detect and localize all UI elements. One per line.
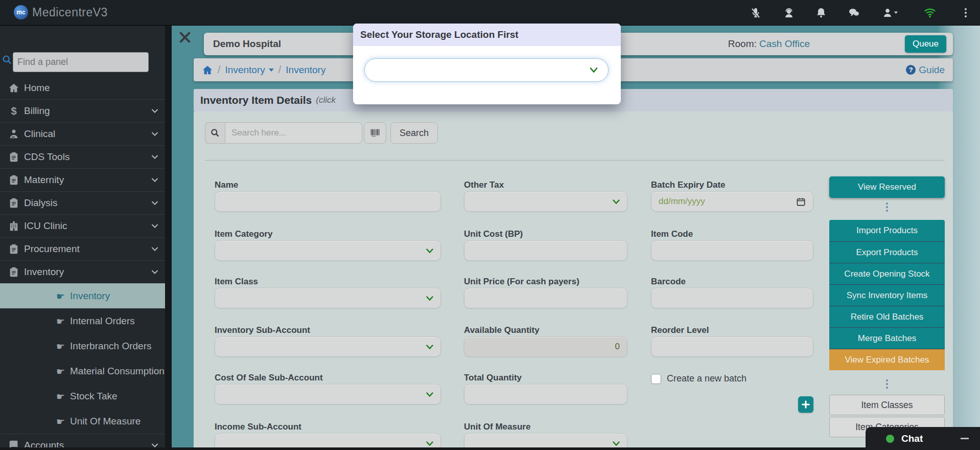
search-input[interactable] xyxy=(225,122,362,144)
chevron-down-icon xyxy=(426,441,433,446)
inventory-sub-account-select[interactable] xyxy=(215,336,441,357)
field-label: Name xyxy=(215,181,441,190)
queue-button[interactable]: Queue xyxy=(905,35,946,53)
other-tax-select[interactable] xyxy=(464,191,627,212)
field-unit-cost: Unit Cost (BP) xyxy=(464,230,627,261)
import-products-button[interactable]: Import Products xyxy=(829,220,945,241)
question-circle-icon: ? xyxy=(906,65,916,75)
field-label: Unit Cost (BP) xyxy=(464,230,627,239)
view-expired-batches-button[interactable]: View Expired Batches xyxy=(829,349,945,370)
close-panel-icon[interactable] xyxy=(178,30,193,46)
checkbox-label: Create a new batch xyxy=(667,373,746,384)
add-item-button[interactable] xyxy=(798,396,813,413)
minimize-icon[interactable] xyxy=(961,438,969,439)
support-agent-icon[interactable] xyxy=(783,7,795,19)
item-category-select[interactable] xyxy=(215,240,441,261)
user-menu-icon[interactable] xyxy=(882,7,899,19)
sidebar-subitem-internal-orders[interactable]: ☛ Internal Orders xyxy=(0,308,165,333)
breadcrumb-item-inventory[interactable]: Inventory xyxy=(225,64,274,76)
notifications-bell-icon[interactable] xyxy=(815,7,827,19)
item-class-select[interactable] xyxy=(215,288,441,308)
chevron-down-icon xyxy=(426,392,433,397)
item-code-input[interactable] xyxy=(651,240,813,261)
home-icon xyxy=(8,82,19,94)
chevron-down-icon xyxy=(426,296,433,301)
sidebar-subitem-inventory[interactable]: ☛ Inventory xyxy=(0,283,165,308)
messages-icon[interactable] xyxy=(848,7,860,19)
chevron-down-icon xyxy=(426,249,433,253)
more-actions-dots[interactable] xyxy=(829,379,945,389)
reorder-level-input[interactable] xyxy=(651,336,813,357)
wifi-icon[interactable] xyxy=(924,7,936,19)
microphone-muted-icon[interactable] xyxy=(750,7,762,19)
sidebar-subitem-interbranch-orders[interactable]: ☛ Interbranch Orders xyxy=(0,333,165,358)
field-create-new-batch: Create a new batch xyxy=(651,373,813,384)
find-panel-input[interactable] xyxy=(13,52,149,72)
brand-title: MedicentreV3 xyxy=(32,6,108,19)
barcode-input[interactable] xyxy=(651,288,813,308)
sidebar-scrollbar[interactable] xyxy=(165,25,172,450)
storage-location-modal: Select Your Storage Location First xyxy=(353,24,621,104)
field-batch-expiry-date: Batch Expiry Date dd/mm/yyyy xyxy=(651,181,813,212)
sidebar-item-maternity[interactable]: Maternity xyxy=(0,168,165,191)
online-status-dot xyxy=(886,435,894,443)
sidebar-item-dialysis[interactable]: Dialysis xyxy=(0,191,165,214)
sidebar-item-procurement[interactable]: Procurement xyxy=(0,237,165,260)
clipboard-icon xyxy=(8,174,19,186)
hand-point-icon: ☛ xyxy=(56,416,65,427)
window-bottom-edge xyxy=(0,447,980,450)
sync-inventory-items-button[interactable]: Sync Inventory Items xyxy=(829,284,945,306)
chevron-down-icon xyxy=(152,270,158,274)
sidebar-item-home[interactable]: Home xyxy=(0,76,165,99)
sidebar-item-label: ICU Clinic xyxy=(24,220,67,232)
field-unit-of-measure: Unit Of Measure xyxy=(464,422,627,450)
chevron-down-icon xyxy=(426,345,433,349)
name-input[interactable] xyxy=(215,191,441,212)
merge-batches-button[interactable]: Merge Batches xyxy=(829,327,945,349)
chevron-down-icon xyxy=(613,199,620,204)
chevron-down-icon xyxy=(152,155,158,159)
guide-link[interactable]: ? Guide xyxy=(906,64,945,76)
sidebar-item-inventory[interactable]: Inventory xyxy=(0,260,165,283)
sidebar-item-label: Inventory xyxy=(24,266,64,278)
page-title: Inventory Item Details xyxy=(200,94,312,106)
total-quantity-input[interactable] xyxy=(464,384,627,404)
sidebar-item-label: Procurement xyxy=(24,243,80,255)
create-new-batch-checkbox[interactable] xyxy=(651,374,661,384)
barcode-scan-button[interactable] xyxy=(364,122,386,144)
field-reorder-level: Reorder Level xyxy=(651,326,813,357)
field-cost-of-sale-sub-account: Cost Of Sale Sub-Account xyxy=(215,373,441,404)
export-products-button[interactable]: Export Products xyxy=(829,241,945,263)
sidebar-item-icu-clinic[interactable]: ICU Clinic xyxy=(0,214,165,237)
unit-cost-input[interactable] xyxy=(464,240,627,261)
sidebar-item-billing[interactable]: $ Billing xyxy=(0,99,165,122)
field-label: Available Quantity xyxy=(464,326,627,335)
view-reserved-button[interactable]: View Reserved xyxy=(829,176,945,198)
create-opening-stock-button[interactable]: Create Opening Stock xyxy=(829,263,945,284)
hand-point-icon: ☛ xyxy=(56,366,65,377)
more-options-icon[interactable] xyxy=(960,7,972,19)
sidebar-subitem-stock-take[interactable]: ☛ Stock Take xyxy=(0,384,165,409)
unit-price-input[interactable] xyxy=(464,288,627,308)
sidebar-item-label: CDS Tools xyxy=(24,151,69,163)
sidebar-item-cds-tools[interactable]: CDS Tools xyxy=(0,145,165,168)
sidebar-item-clinical[interactable]: Clinical xyxy=(0,122,165,145)
calendar-icon[interactable] xyxy=(796,197,806,207)
chat-widget[interactable]: Chat xyxy=(866,427,980,450)
sidebar-subitem-label: Internal Orders xyxy=(70,316,135,327)
more-actions-dots[interactable] xyxy=(829,202,945,212)
storage-location-select[interactable] xyxy=(364,58,609,82)
sidebar-subitem-material-consumption[interactable]: ☛ Material Consumption xyxy=(0,358,165,384)
caret-down-icon xyxy=(269,69,274,72)
item-classes-button[interactable]: Item Classes xyxy=(829,395,945,415)
field-item-code: Item Code xyxy=(651,230,813,261)
breadcrumb-item-inventory-page[interactable]: Inventory xyxy=(286,64,325,76)
cost-of-sale-sub-account-select[interactable] xyxy=(215,384,441,404)
retire-old-batches-button[interactable]: Retire Old Batches xyxy=(829,306,945,327)
search-button[interactable]: Search xyxy=(390,122,438,144)
home-breadcrumb-icon[interactable] xyxy=(202,64,213,76)
sidebar-subitem-unit-of-measure[interactable]: ☛ Unit Of Measure xyxy=(0,409,165,434)
search-icon[interactable] xyxy=(205,122,225,144)
breadcrumb-separator: / xyxy=(278,64,282,76)
batch-expiry-date-input[interactable]: dd/mm/yyyy xyxy=(651,191,813,212)
